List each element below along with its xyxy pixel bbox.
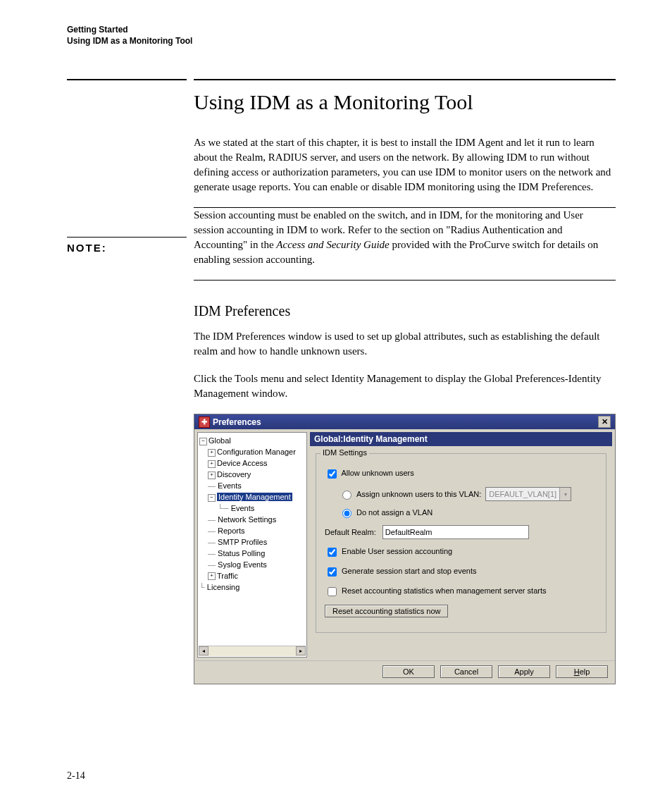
chevron-down-icon[interactable]: ▾ [559,488,571,500]
tree-network-settings[interactable]: Network Settings [218,515,276,524]
dialog-footer: OK Cancel Apply Help [194,660,615,684]
group-legend: IDM Settings [321,448,369,457]
tree-traffic[interactable]: Traffic [217,572,238,580]
tree-discovery[interactable]: Discovery [217,470,251,479]
scroll-left-icon[interactable]: ◂ [199,646,209,655]
tree-smtp-profiles[interactable]: SMTP Profiles [218,538,267,546]
tree-status-polling[interactable]: Status Polling [218,549,265,557]
running-head-line1: Getting Started [67,24,616,35]
tree-reports[interactable]: Reports [218,526,245,535]
expand-icon[interactable]: + [208,449,216,457]
idm-settings-group: IDM Settings Allow unknown users Assign … [316,453,606,633]
cancel-button[interactable]: Cancel [440,665,492,678]
reset-on-start-label: Reset accounting statistics when managem… [342,587,546,596]
dialog-titlebar[interactable]: ✚ Preferences ✕ [194,414,615,429]
nav-tree[interactable]: −Global +Configuration Manager +Device A… [197,432,307,658]
close-icon[interactable]: ✕ [598,416,611,428]
help-rest: elp [580,667,590,676]
default-realm-input[interactable] [382,525,529,539]
default-realm-label: Default Realm: [325,528,376,536]
expand-icon[interactable]: + [208,472,216,479]
expand-icon[interactable]: + [208,460,216,468]
tree-config-manager[interactable]: Configuration Manager [217,448,296,456]
dialog-title: Preferences [213,417,261,427]
reset-now-button[interactable]: Reset accounting statistics now [325,605,448,617]
expand-icon[interactable]: + [208,572,216,580]
subheading: IDM Preferences [194,303,616,319]
intro-paragraph: As we stated at the start of this chapte… [194,135,616,195]
page-number: 2-14 [67,770,85,782]
no-assign-vlan-radio[interactable] [342,509,351,518]
right-top-rule [194,79,616,80]
tree-device-access[interactable]: Device Access [217,459,268,467]
running-head: Getting Started Using IDM as a Monitorin… [67,24,616,47]
generate-events-label: Generate session start and stop events [342,567,476,576]
enable-accounting-label: Enable User session accounting [342,548,452,556]
page-title: Using IDM as a Monitoring Tool [194,90,616,114]
running-head-line2: Using IDM as a Monitoring Tool [67,35,616,47]
help-button[interactable]: Help [556,665,608,678]
vlan-dropdown[interactable]: DEFAULT_VLAN[1] ▾ [485,487,571,501]
enable-accounting-checkbox[interactable] [328,548,337,557]
tree-global[interactable]: Global [209,436,231,445]
generate-events-checkbox[interactable] [328,567,337,577]
apply-button[interactable]: Apply [498,665,550,678]
note-bottom-rule [194,280,616,281]
tree-licensing[interactable]: Licensing [207,583,239,591]
vlan-dropdown-value: DEFAULT_VLAN[1] [486,490,559,498]
tree-syslog-events[interactable]: Syslog Events [218,560,267,569]
assign-vlan-label: Assign unknown users to this VLAN: [356,490,481,498]
no-assign-vlan-label: Do not assign a VLAN [356,508,433,517]
allow-unknown-checkbox[interactable] [328,469,337,479]
tree-idm-events[interactable]: Events [231,504,255,512]
collapse-icon[interactable]: − [208,494,216,502]
ok-button[interactable]: OK [382,665,435,678]
reset-on-start-checkbox[interactable] [328,587,337,596]
sub-paragraph-1: The IDM Preferences window is used to se… [194,329,616,359]
assign-vlan-radio[interactable] [342,491,351,500]
collapse-icon[interactable]: − [199,438,207,445]
tree-events[interactable]: Events [218,481,242,490]
allow-unknown-label: Allow unknown users [341,469,413,478]
note-label: NOTE: [67,242,187,254]
note-text: Session accounting must be enabled on th… [194,208,616,267]
tree-horizontal-scrollbar[interactable]: ◂ ▸ [199,646,306,656]
panel-header: Global:Identity Management [310,432,612,446]
sub-paragraph-2: Click the Tools menu and select Identity… [194,371,616,401]
window-icon: ✚ [199,417,210,428]
tree-identity-management[interactable]: Identity Management [217,493,292,501]
note-top-rule-left [67,237,187,238]
scroll-right-icon[interactable]: ▸ [296,646,306,655]
preferences-dialog: ✚ Preferences ✕ −Global +Configuration M… [194,414,616,684]
